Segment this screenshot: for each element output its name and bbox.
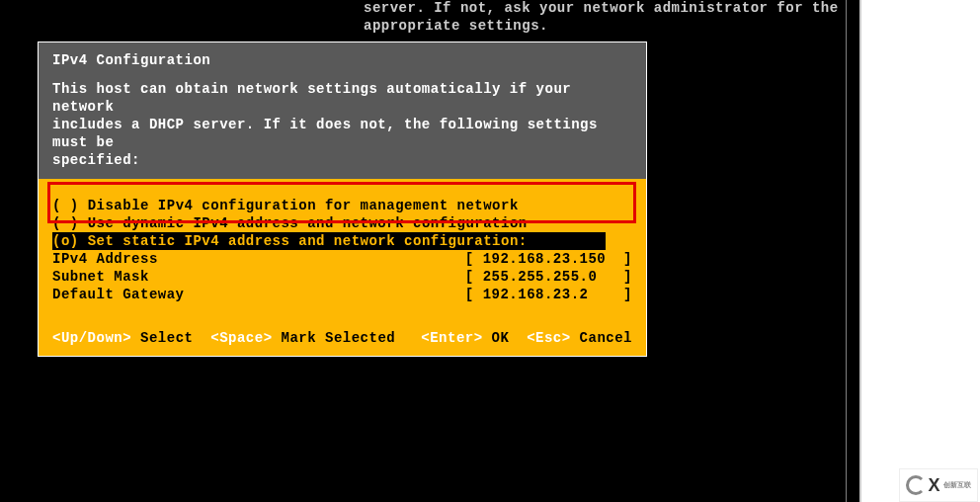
- option-radio: ( ): [52, 215, 79, 231]
- field-label: Subnet Mask: [52, 268, 465, 286]
- esc-key-hint: <Esc>: [527, 330, 571, 346]
- console-screen: server. If not, ask your network adminis…: [0, 0, 860, 502]
- updown-key-hint: <Up/Down>: [52, 330, 131, 346]
- option-radio: ( ): [52, 198, 79, 213]
- dialog-title: IPv4 Configuration: [52, 52, 632, 68]
- option-label: Set static IPv4 address and network conf…: [88, 233, 528, 249]
- esc-action[interactable]: Cancel: [580, 330, 632, 346]
- dialog-footer: <Up/Down> Select <Space> Mark Selected<E…: [52, 330, 632, 346]
- background-line-1: server. If not, ask your network adminis…: [364, 0, 839, 16]
- dialog-header: IPv4 Configuration This host can obtain …: [39, 42, 646, 179]
- option-disable-ipv4[interactable]: ( ) Disable IPv4 configuration for manag…: [52, 197, 632, 214]
- dialog-body: ( ) Disable IPv4 configuration for manag…: [39, 179, 646, 303]
- enter-action[interactable]: OK: [492, 330, 510, 346]
- field-value: [ 192.168.23.2 ]: [465, 286, 632, 303]
- field-label: IPv4 Address: [52, 250, 465, 268]
- ipv4-config-dialog: IPv4 Configuration This host can obtain …: [38, 42, 647, 357]
- logo-text: 创新互联: [943, 480, 971, 490]
- option-radio: (o): [52, 233, 79, 249]
- field-label: Default Gateway: [52, 286, 465, 303]
- field-ipv4-address[interactable]: IPv4 Address[ 192.168.23.150 ]: [52, 250, 632, 268]
- field-value: [ 255.255.255.0 ]: [465, 268, 632, 286]
- enter-key-hint: <Enter>: [421, 330, 482, 346]
- field-default-gateway[interactable]: Default Gateway[ 192.168.23.2 ]: [52, 286, 632, 303]
- option-dynamic-ipv4[interactable]: ( ) Use dynamic IPv4 address and network…: [52, 214, 632, 232]
- updown-action: Select: [140, 330, 193, 346]
- logo-x-icon: X: [928, 475, 939, 496]
- option-static-ipv4[interactable]: (o) Set static IPv4 address and network …: [52, 232, 606, 250]
- background-line-2: appropriate settings.: [364, 18, 548, 34]
- option-label: Use dynamic IPv4 address and network con…: [88, 215, 528, 231]
- space-key-hint: <Space>: [210, 330, 272, 346]
- field-group: IPv4 Address[ 192.168.23.150 ] Subnet Ma…: [52, 250, 632, 303]
- space-action: Mark Selected: [281, 330, 395, 346]
- watermark-logo: X 创新互联: [899, 468, 978, 502]
- dialog-description: This host can obtain network settings au…: [52, 80, 632, 169]
- field-value: [ 192.168.23.150 ]: [465, 250, 632, 268]
- logo-c-icon: [906, 475, 926, 495]
- field-subnet-mask[interactable]: Subnet Mask[ 255.255.255.0 ]: [52, 268, 632, 286]
- option-label: Disable IPv4 configuration for managemen…: [88, 198, 519, 213]
